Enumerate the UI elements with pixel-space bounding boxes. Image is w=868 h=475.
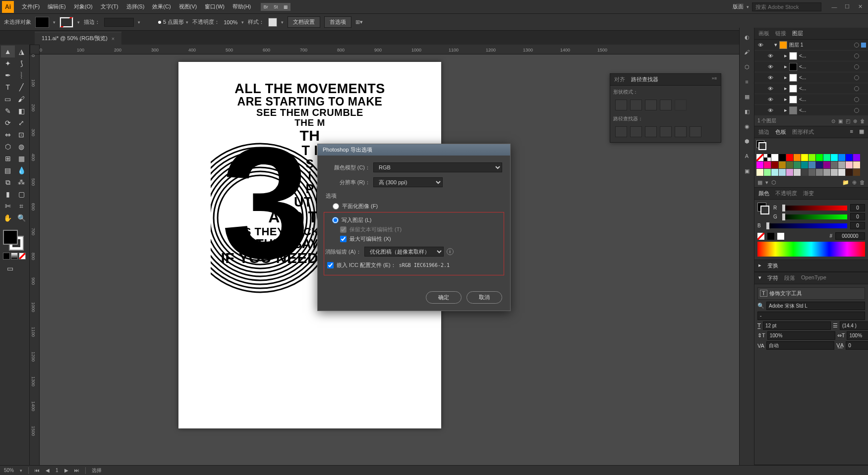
color-swatch[interactable] (816, 154, 823, 161)
font-search-icon[interactable]: 🔍 (757, 303, 764, 309)
fill-color-swatch[interactable] (35, 17, 49, 28)
color-swatch[interactable] (846, 161, 853, 168)
ok-button[interactable]: 确定 (426, 291, 462, 304)
preferences-button[interactable]: 首选项 (324, 16, 351, 28)
slice-tool[interactable]: ✄ (1, 200, 15, 212)
artboard-next-last-icon[interactable]: ⏭ (74, 468, 79, 473)
color-swatch[interactable] (779, 161, 786, 168)
layer-row[interactable]: 👁 ▸ <... (754, 94, 868, 105)
tracking-input[interactable] (846, 341, 868, 350)
hex-value[interactable] (835, 232, 865, 240)
artboard-tool[interactable]: ▢ (15, 188, 29, 200)
bridge-icon[interactable]: Br (261, 3, 271, 11)
shaper-tool[interactable]: ✎ (1, 105, 15, 117)
symbol-sprayer-tool[interactable]: ⁂ (15, 176, 29, 188)
expand-layer-icon[interactable]: ▾ (774, 42, 777, 48)
symbols-icon[interactable]: ⬡ (742, 61, 752, 72)
resolution-select[interactable]: 高 (300 ppi) (373, 177, 443, 187)
swatch-kinds-icon[interactable]: ▾ (765, 179, 768, 186)
b-slider[interactable] (766, 223, 847, 228)
layer-row[interactable]: 👁 ▸ <... (754, 105, 868, 116)
pathfinder-tab[interactable]: 路径查找器 (631, 76, 658, 83)
magic-wand-tool[interactable]: ✦ (1, 57, 15, 69)
curvature-tool[interactable]: ⦚ (15, 69, 29, 81)
layer-row[interactable]: 👁 ▾ 图层 1 (754, 40, 868, 51)
color-swatch[interactable] (771, 154, 778, 161)
color-swatch[interactable] (764, 169, 771, 176)
menu-file[interactable]: 文件(F) (18, 1, 44, 12)
white-icon[interactable] (777, 233, 784, 240)
write-layers-radio[interactable] (332, 217, 339, 223)
font-style-input[interactable] (757, 312, 865, 320)
paragraph-tab[interactable]: 段落 (784, 274, 795, 282)
color-swatch[interactable] (809, 154, 815, 161)
target-icon[interactable] (854, 53, 859, 58)
close-button[interactable]: ✕ (854, 2, 866, 12)
crop-icon[interactable] (660, 126, 672, 137)
target-icon[interactable] (854, 43, 859, 48)
color-swatch[interactable] (801, 169, 808, 176)
column-graph-tool[interactable]: ▮ (1, 188, 15, 200)
exclude-icon[interactable] (660, 100, 672, 110)
opacity-tab[interactable]: 不透明度 (775, 190, 797, 197)
color-swatch[interactable] (853, 154, 860, 161)
embed-icc-checkbox[interactable] (327, 262, 334, 268)
color-swatch[interactable] (786, 154, 793, 161)
expand-button[interactable] (675, 100, 687, 110)
char-expand-icon[interactable]: ▾ (758, 274, 761, 282)
transform-tab[interactable]: 变换 (767, 262, 778, 269)
expand-sublayer-icon[interactable]: ▸ (784, 85, 787, 92)
color-swatch[interactable] (823, 161, 830, 168)
color-swatch[interactable] (846, 154, 853, 161)
color-model-select[interactable]: RGB (373, 162, 502, 172)
ruler-origin[interactable] (30, 45, 40, 54)
color-swatch[interactable] (794, 154, 801, 161)
g-value[interactable] (850, 213, 865, 220)
color-swatch[interactable] (801, 154, 808, 161)
transparency-icon[interactable]: ◧ (742, 106, 752, 117)
menu-view[interactable]: 视图(V) (175, 1, 201, 12)
delete-layer-icon[interactable]: 🗑 (860, 118, 865, 124)
stock-icon[interactable]: St (271, 3, 281, 11)
eyedropper-tool[interactable]: 💧 (15, 164, 29, 176)
layers-tab[interactable]: 图层 (792, 30, 803, 37)
expand-sublayer-icon[interactable]: ▸ (784, 53, 787, 59)
free-transform-tool[interactable]: ⊡ (15, 129, 29, 141)
maximize-button[interactable]: ☐ (841, 2, 853, 12)
transform-expand-icon[interactable]: ▸ (758, 262, 761, 269)
stroke-tab[interactable]: 描边 (758, 128, 769, 136)
stroke-panel-icon[interactable]: ≡ (742, 76, 752, 87)
zoom-level[interactable]: 50% (4, 468, 14, 473)
artboard-prev-first-icon[interactable]: ⏮ (35, 468, 40, 473)
color-guide-icon[interactable]: ◐ (742, 32, 752, 43)
menu-type[interactable]: 文字(T) (97, 1, 122, 12)
cancel-button[interactable]: 取消 (466, 291, 502, 304)
scale-tool[interactable]: ⤢ (15, 117, 29, 129)
align-icon[interactable]: ⊞▾ (355, 19, 363, 25)
expand-sublayer-icon[interactable]: ▸ (784, 74, 787, 81)
color-stroke-box[interactable] (760, 206, 769, 214)
locate-object-icon[interactable]: ⊙ (831, 118, 835, 124)
color-spectrum[interactable] (757, 242, 865, 257)
workspace-label[interactable]: 版面 (733, 3, 744, 10)
selection-tool[interactable]: ▲ (1, 46, 15, 57)
b-value[interactable] (850, 222, 865, 229)
menu-object[interactable]: 对象(O) (70, 1, 97, 12)
layer-row[interactable]: 👁 ▸ <... (754, 72, 868, 83)
graphic-styles-tab[interactable]: 图形样式 (792, 128, 814, 136)
color-swatch[interactable] (831, 169, 838, 176)
artboard-next-icon[interactable]: ▶ (64, 468, 68, 473)
fill-color-box[interactable] (3, 230, 18, 245)
gradient-tool[interactable]: ▤ (1, 164, 15, 176)
char-panel-icon[interactable]: A (742, 151, 752, 161)
new-swatch-icon[interactable]: ⊕ (852, 179, 857, 186)
color-swatch[interactable] (853, 169, 860, 176)
type-tool[interactable]: T (1, 81, 15, 93)
black-icon[interactable] (767, 233, 774, 240)
color-swatch[interactable] (823, 154, 830, 161)
swatch-stroke-indicator[interactable] (758, 142, 766, 150)
color-swatch[interactable] (794, 161, 801, 168)
stroke-color-swatch[interactable] (59, 17, 73, 28)
graphic-style-swatch[interactable] (268, 18, 277, 27)
color-swatch[interactable] (801, 161, 808, 168)
